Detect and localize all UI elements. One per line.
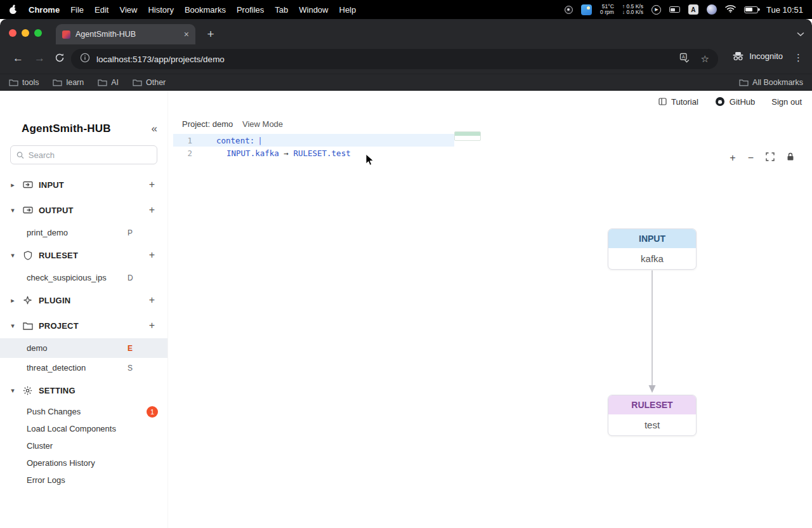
zoom-window-button[interactable] <box>34 29 42 37</box>
tree-item-label: threat_detection <box>27 363 86 373</box>
screen-record-icon[interactable] <box>565 6 573 14</box>
zoom-out-icon[interactable]: − <box>748 153 754 163</box>
site-info-icon[interactable] <box>80 53 90 65</box>
battery-icon[interactable] <box>744 6 758 13</box>
bookmark-folder-other[interactable]: Other <box>133 78 166 87</box>
add-project-button[interactable]: + <box>149 320 155 331</box>
new-tab-button[interactable]: + <box>202 25 219 43</box>
sidebar-section-output[interactable]: ▾ OUTPUT + <box>0 197 167 223</box>
flow-node-input-kafka[interactable]: INPUT kafka <box>608 228 697 270</box>
input-source-icon[interactable]: A <box>688 4 698 15</box>
wifi-icon[interactable] <box>725 4 736 15</box>
chevron-down-icon[interactable]: ▾ <box>9 322 16 330</box>
flow-arrow-token: → <box>284 148 289 158</box>
menu-help[interactable]: Help <box>339 5 357 15</box>
node-name-label: test <box>608 414 696 435</box>
flow-node-ruleset-test[interactable]: RULESET test <box>608 395 697 436</box>
tutorial-link[interactable]: Tutorial <box>658 97 698 107</box>
device-battery-icon[interactable] <box>669 6 680 13</box>
add-ruleset-button[interactable]: + <box>149 249 155 261</box>
tree-item-check-suspicious-ips[interactable]: check_suspicious_ips D <box>0 268 167 287</box>
chevron-down-icon[interactable]: ▾ <box>9 206 16 214</box>
collapse-sidebar-icon[interactable]: « <box>152 122 157 135</box>
chrome-toolbar: ← → localhost:5173/app/projects/demo A ☆… <box>0 44 812 74</box>
chevron-down-icon[interactable]: ▾ <box>9 386 16 395</box>
chevron-down-icon[interactable]: ▾ <box>9 251 16 260</box>
ruleset-icon <box>22 250 33 261</box>
folder-icon <box>53 79 62 86</box>
browser-tab[interactable]: AgentSmith-HUB × <box>56 24 195 44</box>
view-mode-button[interactable]: View Mode <box>242 119 283 129</box>
search-icon <box>16 151 24 159</box>
editor-line[interactable]: 2 INPUT.kafka → RULESET.test <box>173 147 454 159</box>
add-plugin-button[interactable]: + <box>149 294 155 306</box>
menu-window[interactable]: Window <box>299 5 328 15</box>
menu-bookmarks[interactable]: Bookmarks <box>185 5 226 15</box>
add-output-button[interactable]: + <box>149 204 155 216</box>
fit-view-icon[interactable] <box>766 152 775 164</box>
tree-item-cluster[interactable]: Cluster <box>0 437 167 454</box>
editor-line[interactable]: 1 content:| <box>173 134 454 147</box>
back-button[interactable]: ← <box>13 52 23 65</box>
menu-tab[interactable]: Tab <box>275 5 288 15</box>
menu-profiles[interactable]: Profiles <box>237 5 264 15</box>
weather-icon[interactable] <box>581 4 592 15</box>
translate-icon[interactable]: A <box>679 53 690 65</box>
sidebar-section-plugin[interactable]: ▸ PLUGIN + <box>0 287 167 313</box>
chrome-menu-icon[interactable]: ⋮ <box>794 52 803 63</box>
url-text[interactable]: localhost:5173/app/projects/demo <box>96 55 673 64</box>
now-playing-icon[interactable]: ▶ <box>652 5 661 15</box>
status-badge-error: E <box>128 344 133 353</box>
minimize-window-button[interactable] <box>22 29 29 37</box>
bookmark-folder-tools[interactable]: tools <box>9 78 39 87</box>
sign-out-button[interactable]: Sign out <box>771 97 802 107</box>
chevron-right-icon[interactable]: ▸ <box>9 181 16 189</box>
lock-icon[interactable] <box>787 152 794 164</box>
folder-icon <box>98 79 107 86</box>
tree-item-threat-detection[interactable]: threat_detection S <box>0 358 167 378</box>
flow-edge <box>646 269 658 395</box>
zoom-in-icon[interactable]: + <box>730 153 735 163</box>
forward-button[interactable]: → <box>34 52 45 65</box>
menu-view[interactable]: View <box>119 5 137 15</box>
menu-history[interactable]: History <box>148 5 173 15</box>
menu-file[interactable]: File <box>70 5 84 15</box>
menu-chrome[interactable]: Chrome <box>29 5 60 15</box>
reload-button[interactable] <box>55 53 65 66</box>
siri-icon[interactable] <box>707 4 717 15</box>
tab-search-chevron-icon[interactable] <box>797 28 804 39</box>
search-box[interactable] <box>10 145 157 164</box>
menubar-clock[interactable]: Tue 10:51 <box>766 5 803 15</box>
apple-logo-icon[interactable] <box>9 4 18 15</box>
bookmark-star-icon[interactable]: ☆ <box>701 53 709 65</box>
bookmark-folder-ai[interactable]: AI <box>98 78 119 87</box>
chevron-right-icon[interactable]: ▸ <box>9 296 16 305</box>
tree-item-operations-history[interactable]: Operations History <box>0 454 167 472</box>
tree-item-load-local-components[interactable]: Load Local Components <box>0 420 167 437</box>
close-window-button[interactable] <box>9 29 16 37</box>
tree-item-error-logs[interactable]: Error Logs <box>0 472 167 489</box>
temp-fan-status[interactable]: 51°C 0 rpm <box>600 4 614 15</box>
all-bookmarks-button[interactable]: All Bookmarks <box>739 78 803 87</box>
network-status[interactable]: ↑ 0.5 K/s ↓ 0.0 K/s <box>622 4 643 15</box>
status-badge: D <box>128 274 133 282</box>
tree-item-label: print_demo <box>27 228 68 237</box>
sidebar-section-setting[interactable]: ▾ SETTING <box>0 378 167 403</box>
code-editor[interactable]: 1 content:| 2 INPUT.kafka → RULESET.test <box>173 134 454 159</box>
pending-changes-badge: 1 <box>147 406 158 418</box>
omnibox-actions: A ☆ <box>679 53 709 65</box>
sidebar-section-project[interactable]: ▾ PROJECT + <box>0 313 167 338</box>
github-link[interactable]: GitHub <box>715 96 755 107</box>
sidebar-section-input[interactable]: ▸ INPUT + <box>0 172 167 197</box>
tree-item-print-demo[interactable]: print_demo P <box>0 223 167 242</box>
tree-item-demo[interactable]: demo E <box>0 338 167 358</box>
tab-close-icon[interactable]: × <box>184 30 189 39</box>
tree-item-push-changes[interactable]: Push Changes 1 <box>0 403 167 420</box>
search-input[interactable] <box>29 150 151 160</box>
add-input-button[interactable]: + <box>149 179 155 190</box>
address-bar[interactable]: localhost:5173/app/projects/demo A ☆ <box>71 49 718 69</box>
sidebar-section-ruleset[interactable]: ▾ RULESET + <box>0 242 167 268</box>
bookmark-label: tools <box>22 78 39 87</box>
menu-edit[interactable]: Edit <box>95 5 108 15</box>
bookmark-folder-learn[interactable]: learn <box>53 78 84 87</box>
